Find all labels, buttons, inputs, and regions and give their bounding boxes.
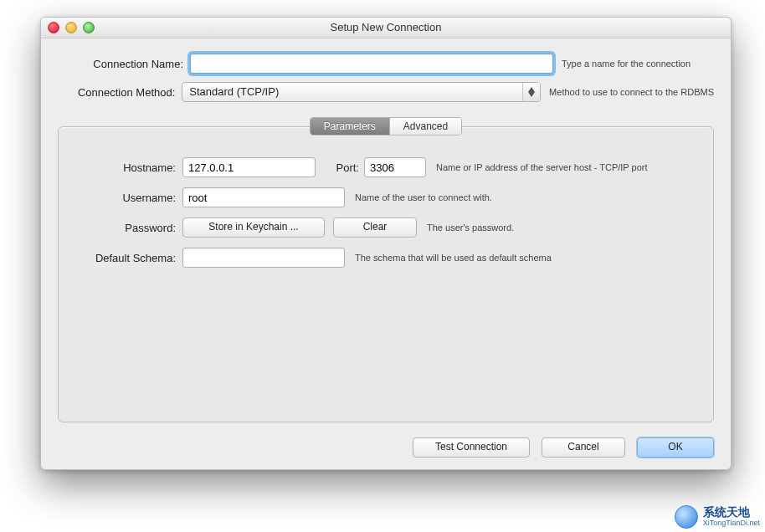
hostname-label: Hostname: [75, 161, 182, 174]
username-hint: Name of the user to connect with. [345, 192, 696, 202]
store-in-keychain-button[interactable]: Store in Keychain ... [182, 217, 325, 238]
panel-body: Hostname: Port: Name or IP address of th… [59, 146, 713, 422]
test-connection-button[interactable]: Test Connection [413, 437, 530, 458]
watermark-title: 系统天地 [703, 506, 760, 519]
watermark-url: XiTongTianDi.net [703, 519, 760, 528]
default-schema-label: Default Schema: [75, 252, 182, 264]
password-label: Password: [75, 222, 182, 234]
port-input[interactable] [364, 157, 426, 177]
dialog-window: Setup New Connection Connection Name: Ty… [40, 17, 732, 470]
default-schema-input[interactable] [182, 248, 345, 268]
password-hint: The user's password. [417, 223, 696, 233]
traffic-lights [48, 22, 95, 33]
connection-name-hint: Type a name for the connection [553, 59, 714, 69]
connection-method-value: Standard (TCP/IP) [189, 85, 279, 98]
cancel-button[interactable]: Cancel [542, 437, 625, 458]
window-title: Setup New Connection [331, 21, 442, 33]
ok-button[interactable]: OK [637, 437, 714, 458]
close-icon[interactable] [48, 22, 59, 33]
port-label: Port: [316, 161, 364, 174]
connection-method-hint: Method to use to connect to the RDBMS [541, 87, 714, 97]
updown-icon [522, 83, 540, 101]
tabs: Parameters Advanced [59, 117, 713, 136]
svg-marker-1 [528, 92, 535, 97]
top-form: Connection Name: Type a name for the con… [41, 38, 731, 117]
connection-method-select[interactable]: Standard (TCP/IP) [182, 82, 541, 102]
dialog-footer: Test Connection Cancel OK [413, 437, 714, 458]
watermark: 系统天地 XiTongTianDi.net [675, 505, 760, 529]
tab-advanced[interactable]: Advanced [389, 118, 461, 135]
connection-name-label: Connection Name: [58, 58, 190, 70]
zoom-icon[interactable] [83, 22, 95, 33]
parameters-panel: Parameters Advanced Hostname: Port: Name… [58, 126, 714, 422]
tab-parameters[interactable]: Parameters [311, 118, 389, 135]
titlebar: Setup New Connection [41, 18, 731, 38]
username-input[interactable] [182, 187, 345, 207]
username-label: Username: [75, 192, 182, 204]
hostname-input[interactable] [182, 157, 316, 177]
minimize-icon[interactable] [65, 22, 77, 33]
connection-name-input[interactable] [190, 54, 553, 74]
clear-password-button[interactable]: Clear [333, 217, 417, 238]
connection-method-label: Connection Method: [58, 86, 182, 99]
default-schema-hint: The schema that will be used as default … [345, 253, 696, 263]
hostname-hint: Name or IP address of the server host - … [426, 162, 696, 172]
globe-icon [675, 505, 698, 529]
